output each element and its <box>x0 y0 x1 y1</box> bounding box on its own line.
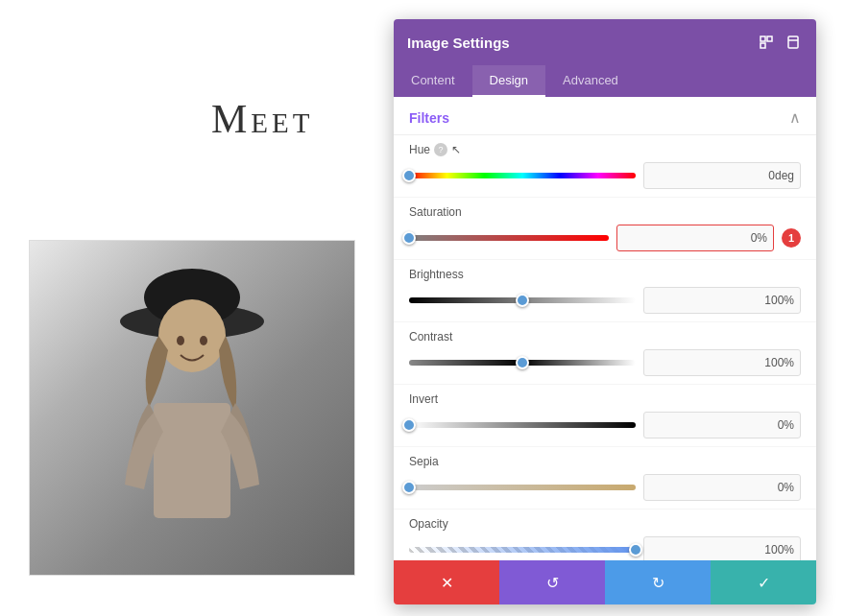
brightness-label: Brightness <box>409 268 801 281</box>
hue-cursor-icon[interactable]: ↖ <box>451 143 461 156</box>
saturation-value <box>616 225 774 251</box>
tab-advanced[interactable]: Advanced <box>545 65 636 97</box>
saturation-slider-thumb[interactable] <box>402 231 416 245</box>
cancel-button[interactable]: ✕ <box>394 560 499 604</box>
hue-help-icon[interactable]: ? <box>434 143 447 156</box>
brightness-slider-container <box>409 291 636 310</box>
filter-opacity: Opacity <box>394 509 816 560</box>
filter-saturation: Saturation 1 <box>394 198 816 260</box>
svg-rect-8 <box>760 43 765 48</box>
hue-slider-track <box>409 173 636 178</box>
svg-rect-3 <box>154 403 230 518</box>
contrast-value <box>643 349 801 376</box>
opacity-value <box>643 536 801 560</box>
hue-label: Hue ? ↖ <box>409 143 801 156</box>
invert-slider-track <box>409 422 636 428</box>
opacity-controls <box>409 536 801 560</box>
invert-slider-container <box>409 415 636 435</box>
sepia-label: Sepia <box>409 455 801 468</box>
section-collapse-icon[interactable]: ∧ <box>789 108 801 127</box>
background-image <box>29 240 355 576</box>
svg-point-5 <box>200 336 207 345</box>
saturation-label: Saturation <box>409 205 801 219</box>
panel-title: Image Settings <box>407 35 510 51</box>
tab-design[interactable]: Design <box>472 65 545 97</box>
svg-rect-9 <box>788 36 798 48</box>
opacity-slider-thumb[interactable] <box>629 543 642 557</box>
contrast-controls <box>409 349 801 376</box>
invert-value <box>643 412 801 438</box>
hue-controls <box>409 162 801 189</box>
sepia-value <box>643 474 801 501</box>
filter-invert: Invert <box>394 385 816 447</box>
svg-rect-6 <box>760 36 765 41</box>
tab-bar: Content Design Advanced <box>394 65 816 97</box>
reset-icon: ↺ <box>546 574 559 592</box>
collapse-icon[interactable] <box>784 33 803 52</box>
person-silhouette <box>96 245 288 571</box>
contrast-label: Contrast <box>409 330 801 344</box>
filter-hue: Hue ? ↖ <box>394 135 816 198</box>
opacity-slider-container <box>409 540 636 559</box>
save-button[interactable]: ✓ <box>711 560 816 604</box>
filter-sepia: Sepia <box>394 447 816 509</box>
opacity-input[interactable] <box>650 543 794 557</box>
saturation-input[interactable] <box>623 231 767 245</box>
contrast-slider-thumb[interactable] <box>516 356 529 369</box>
contrast-slider-track <box>409 360 636 366</box>
svg-point-2 <box>158 299 226 372</box>
settings-panel: Image Settings Content Design Advanced <box>394 19 816 604</box>
sepia-input[interactable] <box>650 481 794 494</box>
saturation-slider-track <box>409 235 609 241</box>
contrast-slider-container <box>409 353 636 372</box>
brightness-input[interactable] <box>650 294 794 307</box>
reset-button[interactable]: ↺ <box>499 560 605 604</box>
sepia-slider-container <box>409 478 636 497</box>
svg-rect-7 <box>767 36 772 41</box>
panel-footer: ✕ ↺ ↻ ✓ <box>394 560 816 604</box>
panel-content: Filters ∧ Hue ? ↖ <box>394 97 816 560</box>
filter-brightness: Brightness <box>394 260 816 322</box>
brightness-slider-thumb[interactable] <box>516 294 529 307</box>
hue-slider-thumb[interactable] <box>402 169 416 182</box>
saturation-error-badge: 1 <box>782 228 801 248</box>
filters-title: Filters <box>409 110 449 126</box>
svg-point-4 <box>177 336 184 345</box>
expand-icon[interactable] <box>757 33 776 52</box>
brightness-value <box>643 287 801 314</box>
save-icon: ✓ <box>758 574 770 592</box>
invert-slider-thumb[interactable] <box>402 418 416 432</box>
invert-controls <box>409 412 801 438</box>
invert-label: Invert <box>409 392 801 406</box>
sepia-slider-thumb[interactable] <box>402 481 416 494</box>
tab-content[interactable]: Content <box>394 65 472 97</box>
redo-icon: ↻ <box>652 574 664 592</box>
opacity-label: Opacity <box>409 517 801 531</box>
filters-section-header: Filters ∧ <box>394 97 816 135</box>
cancel-icon: ✕ <box>441 574 453 592</box>
sepia-slider-track <box>409 485 636 490</box>
saturation-controls: 1 <box>409 225 801 251</box>
hue-value <box>643 162 801 189</box>
brightness-controls <box>409 287 801 314</box>
hue-slider-container <box>409 166 636 185</box>
saturation-slider-container <box>409 228 609 248</box>
sepia-controls <box>409 474 801 501</box>
page-heading: Meet <box>211 96 314 142</box>
contrast-input[interactable] <box>650 356 794 369</box>
header-icons <box>757 33 803 52</box>
panel-header: Image Settings <box>394 19 816 65</box>
redo-button[interactable]: ↻ <box>605 560 711 604</box>
opacity-slider-track <box>409 547 636 553</box>
brightness-slider-track <box>409 297 636 303</box>
invert-input[interactable] <box>650 418 794 432</box>
hue-input[interactable] <box>650 169 794 182</box>
filter-contrast: Contrast <box>394 322 816 385</box>
